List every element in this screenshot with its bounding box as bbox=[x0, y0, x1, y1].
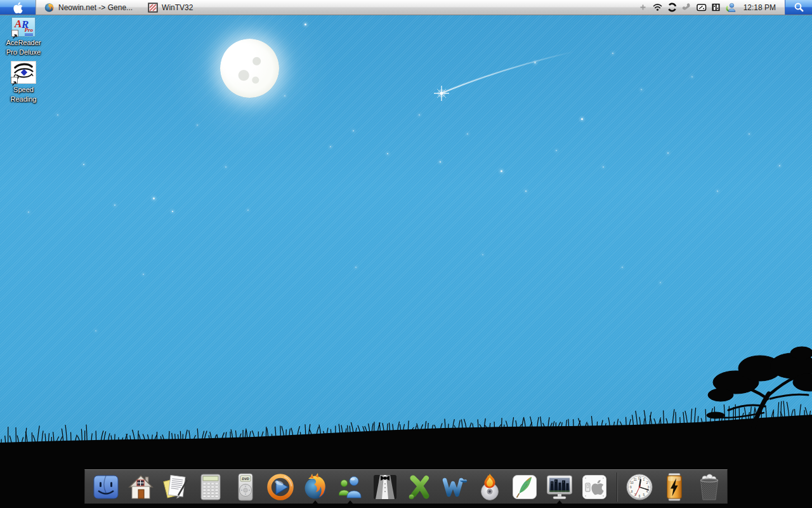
feather-icon bbox=[510, 472, 539, 502]
dock-item-home[interactable] bbox=[126, 470, 155, 504]
star bbox=[534, 62, 536, 64]
star bbox=[612, 53, 613, 54]
menubar-clock[interactable]: 12:18 PM bbox=[743, 3, 776, 12]
star bbox=[95, 330, 96, 331]
menu-bar: Neowin.net -> Gene... WinTV32 bbox=[0, 0, 812, 15]
running-indicator bbox=[347, 500, 353, 504]
media-player-icon bbox=[266, 472, 295, 502]
dock-item-disc-burner[interactable] bbox=[475, 470, 504, 504]
star bbox=[622, 267, 623, 268]
sync-icon[interactable] bbox=[667, 2, 678, 13]
clock-number: 11 bbox=[634, 478, 637, 481]
star bbox=[114, 204, 115, 206]
dock-item-clock[interactable]: 121234567891011 bbox=[625, 470, 654, 504]
dock-item-media-player[interactable] bbox=[266, 470, 295, 504]
taskbar-item-firefox[interactable]: Neowin.net -> Gene... bbox=[36, 0, 140, 15]
star bbox=[284, 95, 285, 97]
running-indicator bbox=[556, 500, 563, 504]
star bbox=[467, 133, 468, 135]
desktop-icon-acereader[interactable]: A R Pro AceReader Pro Deluxe bbox=[1, 17, 46, 57]
tuxedo-icon bbox=[370, 472, 400, 502]
clock-number: 1 bbox=[643, 478, 645, 481]
clock-number: 6 bbox=[639, 494, 641, 497]
power-meter-icon[interactable] bbox=[696, 2, 707, 13]
star bbox=[667, 152, 669, 154]
desktop-icon-label: Speed bbox=[13, 85, 34, 95]
dock-item-battery[interactable] bbox=[660, 470, 689, 504]
clock-number: 2 bbox=[646, 481, 648, 484]
star-burst bbox=[434, 86, 449, 101]
star bbox=[353, 130, 354, 131]
dock-item-finder[interactable] bbox=[91, 470, 121, 504]
star bbox=[83, 164, 84, 165]
documents-icon bbox=[161, 472, 190, 502]
star bbox=[419, 114, 420, 116]
clock-number: 9 bbox=[630, 485, 632, 488]
wifi-icon[interactable] bbox=[652, 2, 664, 13]
acereader-pro-label: Pro bbox=[25, 27, 34, 36]
desktop-icon-speed-reading[interactable]: Speed Reading bbox=[1, 61, 46, 104]
shortcut-arrow-icon bbox=[11, 77, 18, 84]
taskbar-item-label: Neowin.net -> Gene... bbox=[58, 3, 133, 12]
trash-icon bbox=[695, 472, 724, 502]
clock-number: 8 bbox=[631, 490, 633, 493]
dock-item-feather-app[interactable] bbox=[510, 470, 539, 504]
star bbox=[153, 197, 155, 199]
dock-item-system-box[interactable] bbox=[580, 470, 609, 504]
star bbox=[749, 133, 750, 135]
phone-icon[interactable] bbox=[681, 2, 693, 13]
star bbox=[304, 23, 306, 25]
wintv-icon bbox=[148, 3, 158, 13]
messenger-tray-icon[interactable] bbox=[725, 2, 737, 13]
star bbox=[581, 118, 583, 120]
star bbox=[57, 114, 58, 116]
star bbox=[691, 76, 693, 77]
taskbar-item-label: WinTV32 bbox=[162, 3, 193, 12]
star bbox=[330, 146, 331, 147]
audio-device-icon[interactable] bbox=[710, 2, 722, 13]
dock-separator bbox=[617, 472, 617, 502]
dock-item-tuxedo[interactable] bbox=[370, 470, 400, 504]
dock-item-firefox[interactable] bbox=[301, 470, 330, 504]
shooting-star bbox=[406, 25, 596, 102]
dock-item-dvd-player[interactable]: DVD bbox=[231, 470, 260, 504]
shortcut-arrow-icon bbox=[11, 30, 18, 37]
dock-item-excel[interactable] bbox=[405, 470, 435, 504]
star bbox=[28, 211, 29, 213]
battery-icon bbox=[660, 472, 689, 502]
clock-number: 4 bbox=[646, 490, 648, 493]
star bbox=[501, 170, 502, 172]
star bbox=[440, 161, 441, 163]
star bbox=[355, 267, 357, 268]
search-icon bbox=[794, 2, 804, 13]
taskbar-item-wintv[interactable]: WinTV32 bbox=[140, 0, 200, 15]
dock-item-display[interactable] bbox=[545, 470, 574, 504]
desktop-icon-label: Pro Deluxe bbox=[6, 48, 41, 57]
desktop[interactable] bbox=[0, 15, 812, 508]
spotlight-search-button[interactable] bbox=[785, 0, 812, 15]
apple-icon bbox=[13, 2, 23, 13]
star bbox=[660, 282, 661, 283]
apple-menu-button[interactable] bbox=[0, 0, 36, 15]
dock-item-messenger[interactable] bbox=[336, 470, 365, 504]
moon bbox=[220, 39, 279, 98]
star bbox=[482, 254, 483, 255]
running-indicator bbox=[312, 500, 318, 504]
dock-item-documents[interactable] bbox=[161, 470, 190, 504]
star bbox=[247, 210, 249, 211]
word-icon bbox=[440, 472, 469, 502]
display-icon bbox=[545, 472, 574, 502]
star bbox=[779, 165, 780, 166]
dvd-player-icon: DVD bbox=[231, 472, 260, 502]
calculator-icon bbox=[196, 472, 225, 502]
excel-icon bbox=[405, 472, 435, 502]
home-icon bbox=[126, 472, 155, 502]
dock-item-word[interactable] bbox=[440, 470, 469, 504]
star bbox=[172, 211, 173, 212]
plus-icon[interactable] bbox=[638, 2, 649, 13]
star bbox=[143, 274, 144, 275]
desktop-icon-label: AceReader bbox=[6, 38, 41, 48]
dock-item-calculator[interactable] bbox=[196, 470, 225, 504]
dock-item-trash[interactable] bbox=[695, 470, 724, 504]
star bbox=[525, 190, 527, 192]
